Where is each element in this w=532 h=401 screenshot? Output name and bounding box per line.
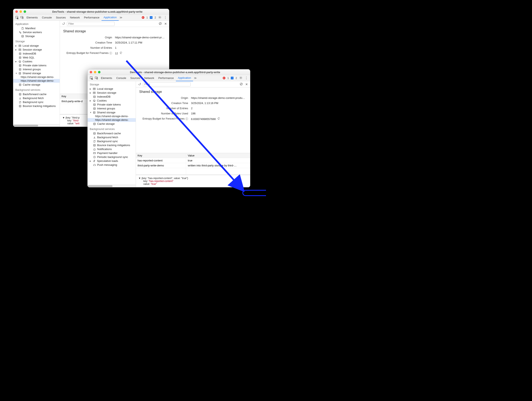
tab-sources[interactable]: Sources — [128, 76, 142, 80]
table-row-key[interactable]: third-party-write-demo — [136, 163, 186, 168]
tab-console[interactable]: Console — [114, 76, 128, 80]
clear-icon[interactable] — [158, 22, 162, 26]
sidebar-item-local-storage[interactable]: ▶Local storage — [88, 87, 136, 91]
sidebar-item-bgfetch[interactable]: Background fetch — [88, 135, 136, 139]
sidebar-item-bgfetch[interactable]: Background fetch — [13, 96, 60, 100]
error-badge-icon[interactable]: ✕ — [223, 77, 225, 79]
sidebar-item-cache-storage[interactable]: Cache storage — [88, 122, 136, 126]
info-icon[interactable]: i — [185, 117, 188, 120]
tab-network[interactable]: Network — [142, 76, 156, 80]
horizontal-scrollbar[interactable] — [13, 124, 60, 127]
sidebar-item-bgsync[interactable]: Background sync — [88, 139, 136, 143]
table-icon — [93, 88, 96, 90]
error-badge-icon[interactable]: ✕ — [142, 16, 144, 19]
tab-performance[interactable]: Performance — [82, 16, 101, 19]
tab-console[interactable]: Console — [40, 16, 54, 19]
sidebar-item-cookies[interactable]: ▶Cookies — [88, 99, 136, 102]
zoom-button[interactable] — [98, 71, 101, 73]
table-header-key: Key — [136, 153, 186, 158]
callout-bytes-used — [242, 190, 266, 196]
origin-label: Origin — [139, 96, 191, 100]
sidebar-item-interest-groups[interactable]: Interest groups — [88, 107, 136, 110]
sidebar-item-bounce[interactable]: Bounce tracking mitigations — [13, 104, 60, 108]
sidebar-item-bounce[interactable]: Bounce tracking mitigations — [88, 143, 136, 147]
sidebar-item-cookies[interactable]: ▶Cookies — [13, 59, 60, 64]
device-mode-icon[interactable] — [19, 16, 25, 19]
filter-input[interactable] — [67, 22, 114, 26]
undo-icon[interactable] — [120, 52, 122, 55]
kebab-menu-icon[interactable]: ⋮ — [245, 76, 248, 80]
cloud-icon — [93, 164, 96, 166]
tab-elements[interactable]: Elements — [99, 76, 114, 80]
inspect-icon[interactable] — [89, 76, 94, 80]
sidebar-item-shared-origin-1[interactable]: https://shared-storage-demo- — [13, 79, 60, 83]
sidebar-item-private-state-tokens[interactable]: Private state tokens — [88, 102, 136, 107]
settings-icon[interactable] — [239, 76, 243, 80]
sidebar-item-cache-storage[interactable]: Cache storage — [13, 83, 60, 87]
tab-application[interactable]: Application — [101, 14, 119, 21]
object-preview: ▼ {key: "has-reported-content", value: "… — [136, 175, 250, 187]
sidebar-item-indexeddb[interactable]: IndexedDB — [13, 52, 60, 56]
ctime-label: Creation Time — [139, 102, 191, 105]
sidebar-item-interest-groups[interactable]: Interest groups — [13, 67, 60, 71]
sidebar-item-bfc[interactable]: Back/forward cache — [88, 131, 136, 135]
device-mode-icon[interactable] — [94, 76, 99, 80]
close-icon[interactable]: ✕ — [164, 22, 167, 26]
sidebar-item-storage[interactable]: Storage — [13, 34, 60, 38]
sidebar-item-payment[interactable]: Payment handler — [88, 151, 136, 155]
horizontal-scrollbar[interactable] — [88, 185, 136, 187]
sidebar-item-manifest[interactable]: Manifest — [13, 26, 60, 30]
gears-icon — [19, 31, 22, 34]
sidebar-item-push[interactable]: Push messaging — [88, 163, 136, 167]
zoom-button[interactable] — [24, 10, 26, 13]
sidebar-item-shared-origin-0[interactable]: https://shared-storage-demo- — [13, 75, 60, 79]
close-button[interactable] — [90, 71, 92, 73]
message-badge-icon[interactable]: ≡ — [231, 77, 234, 79]
tab-application[interactable]: Application — [176, 75, 193, 81]
sidebar-item-shared-storage[interactable]: ▼Shared storage — [13, 71, 60, 75]
reload-icon[interactable] — [62, 22, 65, 26]
sidebar-item-bgsync[interactable]: Background sync — [13, 100, 60, 104]
more-tabs-icon[interactable]: ≫ — [193, 76, 198, 80]
sidebar-item-service-workers[interactable]: Service workers — [13, 30, 60, 34]
table-row-value[interactable]: true — [186, 158, 250, 163]
info-icon[interactable]: i — [109, 52, 112, 55]
sidebar-item-local-storage[interactable]: ▶Local storage — [13, 44, 60, 48]
sidebar-item-websql[interactable]: Web SQL — [13, 56, 60, 59]
undo-icon[interactable] — [217, 117, 220, 121]
settings-icon[interactable] — [158, 16, 162, 20]
minimize-button[interactable] — [19, 10, 22, 13]
bolt-icon — [93, 159, 96, 162]
cookie-icon — [19, 60, 21, 63]
chevron-right-icon: ▶ — [15, 45, 17, 47]
sidebar-item-shared-origin-1[interactable]: https://shared-storage-demo- — [88, 118, 136, 122]
tab-elements[interactable]: Elements — [25, 16, 40, 19]
filter-input[interactable] — [143, 82, 190, 86]
sidebar-item-shared-origin-0[interactable]: https://shared-storage-demo- — [88, 115, 136, 118]
sidebar-item-periodic[interactable]: Periodic background sync — [88, 155, 136, 159]
tab-performance[interactable]: Performance — [156, 76, 176, 80]
inspect-icon[interactable] — [14, 16, 19, 19]
close-button[interactable] — [15, 10, 18, 13]
toolbar: ✕ — [136, 81, 250, 88]
sidebar-item-session-storage[interactable]: ▶Session storage — [88, 91, 136, 95]
clear-icon[interactable] — [239, 82, 243, 86]
more-tabs-icon[interactable]: ≫ — [119, 16, 123, 19]
minimize-button[interactable] — [94, 71, 96, 73]
sidebar-item-bfc[interactable]: Back/forward cache — [13, 92, 60, 96]
sidebar-item-session-storage[interactable]: ▶Session storage — [13, 48, 60, 52]
kebab-menu-icon[interactable]: ⋮ — [164, 16, 167, 19]
tab-bar: Elements Console Sources Network Perform… — [88, 75, 250, 81]
sidebar-item-indexeddb[interactable]: IndexedDB — [88, 95, 136, 99]
reload-icon[interactable] — [138, 82, 141, 86]
sidebar-item-private-state-tokens[interactable]: Private state tokens — [13, 64, 60, 67]
table-row-key[interactable]: has-reported-content — [136, 158, 186, 163]
sidebar-item-speculative[interactable]: ▶Speculative loads — [88, 159, 136, 163]
tab-sources[interactable]: Sources — [54, 16, 68, 19]
close-icon[interactable]: ✕ — [245, 83, 248, 86]
sidebar-item-notifications[interactable]: Notifications — [88, 147, 136, 151]
message-badge-icon[interactable]: ≡ — [150, 16, 152, 19]
sidebar-item-shared-storage[interactable]: ▼Shared storage — [88, 110, 136, 115]
tab-network[interactable]: Network — [68, 16, 82, 19]
table-row-value[interactable]: written into third-party storage by thir… — [186, 163, 250, 168]
